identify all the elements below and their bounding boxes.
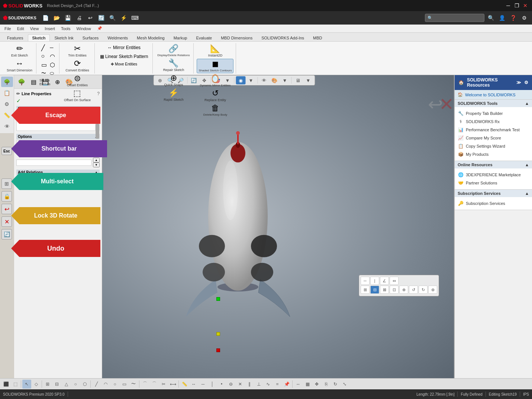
sketch-vert-btn[interactable]: │ (208, 380, 217, 389)
replace-entity-button[interactable]: ↺ Replace Entity (203, 89, 228, 103)
tab-features[interactable]: Features (3, 34, 27, 41)
sketch-perp-btn[interactable]: ⊥ (254, 380, 263, 389)
escape-arrow[interactable]: Escape (11, 107, 100, 124)
trim-entities-button[interactable]: ✂ Trim Entities (67, 44, 88, 58)
sketch-pattern-btn[interactable]: ▦ (303, 380, 312, 389)
polygon-button[interactable]: ⬡ (49, 61, 57, 69)
sketch-rect-btn[interactable]: ▭ (120, 380, 129, 389)
mini-rel5-button[interactable]: ⊕ (399, 286, 408, 294)
circle-button[interactable]: ○ (40, 52, 48, 60)
benchmark-item[interactable]: 📊 Performance Benchmark Test (458, 126, 529, 134)
sketch-equal-btn[interactable]: = (273, 380, 282, 389)
sketch-rotate-btn[interactable]: ↻ (331, 380, 340, 389)
sketch-dim-btn[interactable]: 📏 (180, 380, 189, 389)
sw-rx-item[interactable]: ⚕ SOLIDWORKS Rx (458, 118, 529, 126)
tab-sketch-ink[interactable]: Sketch Ink (51, 34, 78, 41)
arc-button[interactable]: ◠ (49, 52, 57, 60)
tab-sketch[interactable]: Sketch (28, 34, 49, 41)
mini-rel1-button[interactable]: ⊞ (361, 286, 370, 294)
panel-btn-1[interactable]: 🌳 (16, 77, 27, 87)
mini-rel4-button[interactable]: ⊡ (390, 286, 399, 294)
zoom-in-button[interactable]: 🔍 (108, 13, 117, 23)
offset-entities-button[interactable]: ⊜ Offset Entities (65, 74, 89, 88)
menu-file[interactable]: File (1, 26, 14, 32)
lock-3d-rotate-arrow[interactable]: Lock 3D Rotate (11, 207, 100, 224)
shortcut-bar-arrow[interactable]: Shortcut bar (11, 140, 107, 157)
repair-sketch-button[interactable]: 🔧 Repair Sketch (162, 58, 186, 73)
tab-mbd[interactable]: MBD (309, 34, 326, 41)
sketch-fix-btn[interactable]: 📌 (282, 380, 291, 389)
keyboard-button[interactable]: ⌨ (130, 13, 140, 23)
help-icon[interactable]: ? (97, 91, 100, 96)
sketch-lasso-btn[interactable]: ◇ (32, 380, 41, 389)
exit-sketch-button[interactable]: ✏ Exit Sketch (10, 44, 29, 58)
sketch-f5[interactable]: ⬡ (80, 380, 89, 389)
sketch-arc-btn[interactable]: ◠ (101, 380, 110, 389)
tab-sw-addins[interactable]: SOLIDWORKS Add-Ins (257, 34, 308, 41)
tab-mesh-modeling[interactable]: Mesh Modeling (133, 34, 169, 41)
quick-snaps-button[interactable]: ⊕ Quick Snaps (162, 73, 184, 87)
my-products-item[interactable]: 📦 My Products (458, 150, 529, 158)
sketch-circle-btn[interactable]: ○ (110, 380, 119, 389)
multiselect-icon-btn[interactable]: ⊞ (1, 178, 12, 189)
mini-angle-button[interactable]: ∠ (380, 277, 389, 285)
restore-button[interactable]: ❐ (513, 2, 520, 9)
mirror-entities-button[interactable]: ↔ Mirror Entities (105, 44, 143, 51)
sketch-filter2-btn[interactable]: ⬚ (11, 380, 20, 389)
mini-line-button[interactable]: | (370, 277, 379, 285)
rp-settings-icon[interactable]: ⚙ (524, 80, 528, 85)
offset-surface-button[interactable]: ⬚ Offset On Surface (62, 89, 92, 103)
move-entities-button[interactable]: ✥ Move Entities (110, 62, 138, 67)
property-tab-builder-item[interactable]: 🔧 Property Tab Builder (458, 109, 529, 118)
multiselect-arrow[interactable]: Multi-select (11, 173, 103, 190)
partner-solutions-item[interactable]: 🤝 Partner Solutions (458, 179, 529, 187)
print-button[interactable]: 🖨 (74, 13, 84, 23)
sketch-coinc-btn[interactable]: • (217, 380, 226, 389)
sketch-f3[interactable]: △ (62, 380, 71, 389)
tab-mbd-dimensions[interactable]: MBD Dimensions (217, 34, 257, 41)
rotate-view-button[interactable]: 🔄 (189, 76, 199, 84)
tab-markup[interactable]: Markup (170, 34, 191, 41)
linear-sketch-pattern-button[interactable]: ▦ Linear Sketch Pattern (98, 53, 150, 60)
tab-surfaces[interactable]: Surfaces (78, 34, 103, 41)
instant2d-button[interactable]: 📐 Instant2D (207, 44, 224, 58)
smart-dimension-button[interactable]: ↔ Smart Dimension (5, 59, 34, 73)
sketch-tang-btn[interactable]: ∿ (264, 380, 273, 389)
save-button[interactable]: 💾 (63, 13, 73, 23)
existing-scroll[interactable] (95, 123, 100, 131)
mini-distance-button[interactable]: ⇔ (390, 277, 399, 285)
sketch-horiz-btn[interactable]: ─ (199, 380, 207, 389)
menu-window[interactable]: Window (74, 26, 94, 32)
help-button[interactable]: ❓ (508, 13, 518, 23)
rapid-sketch-button[interactable]: ⚡ Rapid Sketch (162, 88, 185, 102)
sketch-extend-btn[interactable]: ⟷ (168, 380, 177, 389)
shaded-sketch-button[interactable]: ◼ Shaded Sketch Contours (197, 59, 233, 73)
spline-button[interactable]: 〜 (40, 70, 48, 77)
subscription-header[interactable]: Subscription Services ▲ (455, 190, 532, 197)
sketch-scale-btn[interactable]: ⤡ (340, 380, 349, 389)
sketch-midpt-btn[interactable]: ⊖ (226, 380, 235, 389)
accept-button[interactable]: ✓ (16, 98, 21, 104)
sketch-spline-btn[interactable]: 〜 (129, 380, 138, 389)
rp-expand-icon[interactable]: ≫ (516, 80, 521, 85)
edit-appearance-dropdown[interactable]: ▼ (280, 76, 290, 84)
sketch-select-btn[interactable]: ↖ (22, 380, 31, 389)
undo-button[interactable]: ↩ (86, 13, 95, 23)
online-resources-header[interactable]: Online Resources ▲ (455, 161, 532, 168)
property-manager-tab[interactable]: 📋 (1, 88, 13, 98)
3dex-marketplace-item[interactable]: 🌐 3DEXPERIENCE Marketplace (458, 171, 529, 179)
view-settings-button[interactable]: 🖥 (293, 76, 303, 84)
view-settings-dropdown[interactable]: ▼ (303, 76, 313, 84)
display-style-button[interactable]: ◉ (236, 76, 245, 84)
close-button[interactable]: ✕ (522, 2, 529, 9)
welcome-item[interactable]: 🏠 Welcome to SOLIDWORKS (455, 90, 532, 100)
search-button[interactable]: 🔍 (486, 13, 496, 23)
sketch-chamfer-btn[interactable]: ⌒ (150, 380, 159, 389)
menu-insert[interactable]: Insert (42, 26, 58, 32)
centerline-button[interactable]: ┄ (49, 44, 57, 52)
rectangle-button[interactable]: ▭ (40, 61, 48, 69)
sketch-f2[interactable]: ⊟ (52, 380, 61, 389)
rebuild-button[interactable]: 🔄 (97, 13, 106, 23)
sketch-smart-dim-btn[interactable]: ↔ (189, 380, 198, 389)
value-input[interactable] (16, 160, 91, 166)
